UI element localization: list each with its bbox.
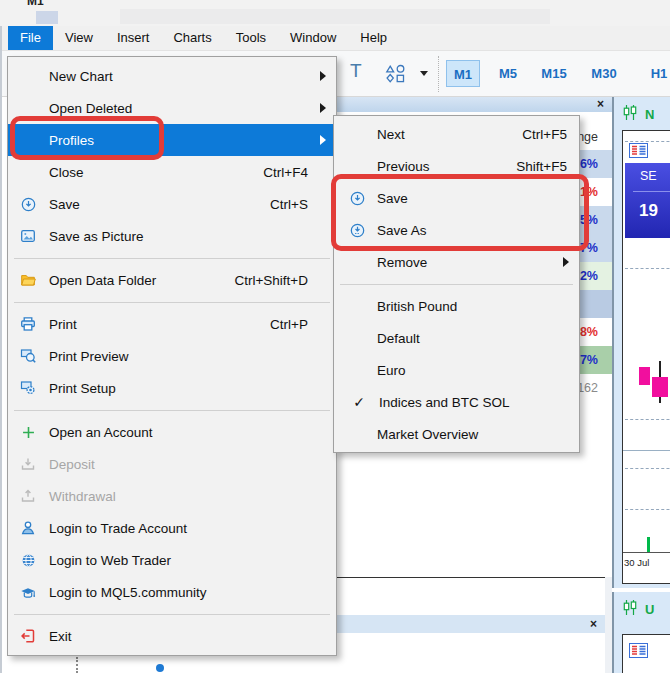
submenu-item-indices-btc-sol[interactable]: ✓ Indices and BTC SOL — [334, 386, 579, 418]
submenu-item-default[interactable]: Default — [334, 322, 579, 354]
menu-item-label: Withdrawal — [42, 489, 116, 504]
menu-shortcut: Ctrl+F4 — [263, 165, 326, 180]
gridline — [625, 268, 670, 269]
submenu-item-next[interactable]: Next Ctrl+F5 — [334, 118, 579, 150]
menu-item-open-an-account[interactable]: Open an Account — [8, 416, 336, 448]
toolbar-separator — [438, 56, 439, 92]
chart-symbol-label: N — [645, 107, 654, 122]
menu-item-label: Remove — [370, 255, 427, 270]
one-click-trading-icon[interactable] — [629, 143, 648, 162]
menu-item-label: Profiles — [42, 133, 94, 148]
window-title-fragment: M1 — [27, 0, 44, 8]
shapes-tool-icon[interactable] — [384, 63, 407, 87]
menu-item-login-mql5[interactable]: Login to MQL5.community — [8, 576, 336, 608]
submenu-arrow-icon — [320, 135, 326, 145]
menu-shortcut: Shift+F5 — [516, 159, 569, 174]
menu-item-login-web-trader[interactable]: Login to Web Trader — [8, 544, 336, 576]
one-click-trading-icon[interactable] — [629, 643, 648, 662]
save-icon — [14, 197, 42, 212]
timeframe-h1-button[interactable]: H1 — [644, 60, 670, 87]
menu-item-new-chart[interactable]: New Chart — [8, 60, 336, 92]
menu-item-label: Save — [42, 197, 80, 212]
printer-icon — [14, 316, 42, 332]
menu-item-open-data-folder[interactable]: Open Data Folder Ctrl+Shift+D — [8, 264, 336, 296]
sell-button-divider — [633, 191, 670, 192]
icon-fragment — [156, 664, 164, 672]
menu-item-label: Next — [370, 127, 405, 142]
menu-item-label: Save As — [370, 223, 427, 238]
menu-separator — [8, 296, 336, 308]
menu-item-deposit: Deposit — [8, 448, 336, 480]
submenu-arrow-icon — [320, 71, 326, 81]
change-column-header[interactable]: nge — [577, 130, 598, 144]
menubar-item-help[interactable]: Help — [348, 26, 399, 50]
menu-separator — [8, 608, 336, 620]
menu-item-label: Save as Picture — [42, 229, 144, 244]
menu-item-login-trade-account[interactable]: Login to Trade Account — [8, 512, 336, 544]
menu-item-label: Open Data Folder — [42, 273, 156, 288]
menu-item-exit[interactable]: Exit — [8, 620, 336, 652]
bottom-panel-titlebar[interactable]: × — [337, 615, 605, 633]
sell-button[interactable]: SE 19 — [625, 163, 670, 238]
chart-2-plot-area[interactable] — [622, 634, 670, 673]
timeframe-m1-button[interactable]: M1 — [446, 60, 480, 87]
submenu-item-save[interactable]: Save — [334, 182, 579, 214]
menu-shortcut: Ctrl+S — [270, 197, 326, 212]
gridline — [625, 141, 670, 142]
submenu-item-market-overview[interactable]: Market Overview — [334, 418, 579, 450]
menu-item-close[interactable]: Close Ctrl+F4 — [8, 156, 336, 188]
menu-item-label: Market Overview — [370, 427, 478, 442]
menu-separator — [8, 252, 336, 264]
menu-item-print[interactable]: Print Ctrl+P — [8, 308, 336, 340]
sell-price: 19 — [639, 201, 658, 221]
menu-item-label: Login to MQL5.community — [42, 585, 207, 600]
menu-item-print-setup[interactable]: Print Setup — [8, 372, 336, 404]
close-icon[interactable]: × — [597, 97, 604, 112]
chart-window-2: U — [612, 592, 670, 673]
menu-item-label: British Pound — [370, 299, 457, 314]
metatrader-window: M1 File View Insert Charts Tools Window … — [0, 0, 670, 673]
gridline — [625, 468, 670, 469]
menubar-item-view[interactable]: View — [53, 26, 105, 50]
menu-item-label: Print Setup — [42, 381, 116, 396]
menu-item-profiles[interactable]: Profiles — [8, 124, 336, 156]
globe-icon — [14, 553, 42, 568]
shapes-dropdown-caret-icon[interactable] — [420, 71, 428, 76]
close-icon[interactable]: × — [590, 615, 597, 633]
menu-item-label: Open an Account — [42, 425, 153, 440]
menu-separator — [8, 404, 336, 416]
timeframe-m15-button[interactable]: M15 — [534, 60, 574, 87]
menu-item-label: Default — [370, 331, 420, 346]
file-menu: New Chart Open Deleted Profiles Close Ct… — [7, 56, 337, 656]
menu-item-print-preview[interactable]: Print Preview — [8, 340, 336, 372]
submenu-item-british-pound[interactable]: British Pound — [334, 290, 579, 322]
subwindow-divider[interactable] — [623, 450, 670, 451]
submenu-item-euro[interactable]: Euro — [334, 354, 579, 386]
menubar-item-tools[interactable]: Tools — [224, 26, 278, 50]
menu-item-save[interactable]: Save Ctrl+S — [8, 188, 336, 220]
menubar-item-insert[interactable]: Insert — [105, 26, 162, 50]
submenu-item-save-as[interactable]: Save As — [334, 214, 579, 246]
menu-item-label: Open Deleted — [42, 101, 132, 116]
text-tool-icon[interactable]: T — [350, 60, 362, 82]
timeframe-m5-button[interactable]: M5 — [492, 60, 524, 87]
candlestick-icon — [622, 600, 638, 619]
menubar-item-file[interactable]: File — [8, 26, 53, 50]
submenu-item-previous[interactable]: Previous Shift+F5 — [334, 150, 579, 182]
print-setup-icon — [14, 380, 42, 396]
submenu-item-remove[interactable]: Remove — [334, 246, 579, 278]
chart-window-1: N SE 19 30 Jul — [612, 97, 670, 588]
menu-item-save-as-picture[interactable]: Save as Picture — [8, 220, 336, 252]
menubar-item-window[interactable]: Window — [278, 26, 348, 50]
menu-shortcut: Ctrl+P — [270, 317, 326, 332]
market-watch-titlebar[interactable]: × — [337, 97, 612, 112]
timeframe-m30-button[interactable]: M30 — [584, 60, 624, 87]
candlestick-icon — [622, 105, 638, 124]
chart-1-title: N — [622, 105, 654, 124]
profiles-submenu: Next Ctrl+F5 Previous Shift+F5 Save Save… — [333, 115, 580, 453]
menu-item-open-deleted[interactable]: Open Deleted — [8, 92, 336, 124]
menu-item-label: Login to Trade Account — [42, 521, 187, 536]
menubar-item-charts[interactable]: Charts — [161, 26, 223, 50]
menubar: File View Insert Charts Tools Window Hel… — [0, 26, 670, 51]
chart-1-plot-area[interactable]: SE 19 30 Jul — [622, 130, 670, 584]
